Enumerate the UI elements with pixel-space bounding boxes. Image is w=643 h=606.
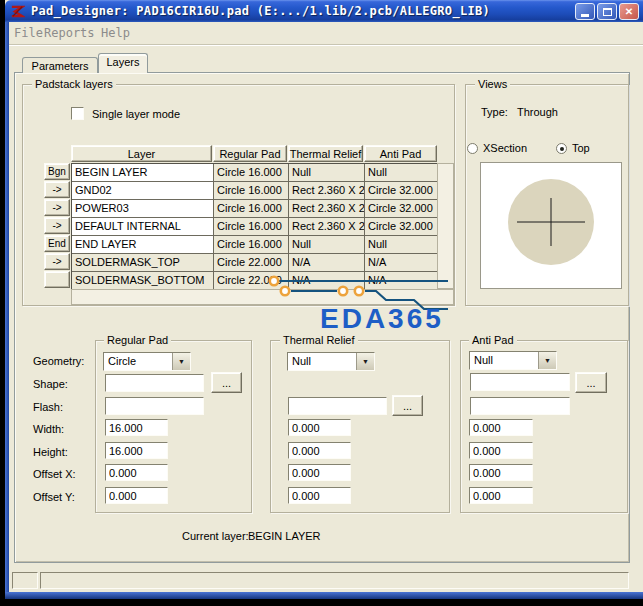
layer-name-cell[interactable]: SOLDERMASK_BOTTOM xyxy=(72,272,214,290)
chevron-down-icon[interactable]: ▼ xyxy=(356,353,374,370)
regular-pad-cell[interactable]: Circle 16.000 xyxy=(214,200,289,218)
thermal-height-input[interactable] xyxy=(288,442,351,459)
regular-geometry-value: Circle xyxy=(104,353,172,370)
pad-preview-canvas[interactable] xyxy=(480,162,622,289)
thermal-relief-cell[interactable]: Rect 2.360 X 2 xyxy=(289,200,365,218)
anti-geometry-select[interactable]: Null ▼ xyxy=(469,351,557,370)
row-button-arrow[interactable]: -> xyxy=(44,199,70,216)
title-bar[interactable]: Pad_Designer: PAD16CIR16U.pad (E:.../1.l… xyxy=(5,0,643,22)
geometry-label: Geometry: xyxy=(33,355,84,367)
maximize-icon xyxy=(603,8,612,16)
thermal-width-input[interactable] xyxy=(288,419,351,436)
regular-pad-group-label: Regular Pad xyxy=(104,334,171,346)
anti-shape-input[interactable] xyxy=(470,373,570,391)
thermal-offset-x-input[interactable] xyxy=(288,464,351,481)
anti-pad-cell[interactable]: Circle 32.000 xyxy=(365,182,438,200)
anti-offset-x-input[interactable] xyxy=(469,464,533,481)
minimize-button[interactable] xyxy=(575,3,595,20)
regular-pad-cell[interactable]: Circle 16.000 xyxy=(214,182,289,200)
thermal-geometry-select[interactable]: Null ▼ xyxy=(287,352,375,371)
thermal-flash-input[interactable] xyxy=(288,397,387,415)
minimize-icon xyxy=(581,14,589,17)
thermal-relief-cell[interactable]: Null xyxy=(289,236,365,254)
row-button-arrow[interactable]: -> xyxy=(44,253,70,270)
regular-height-input[interactable] xyxy=(105,442,168,459)
anti-pad-cell[interactable]: Circle 32.000 xyxy=(365,200,438,218)
thermal-relief-cell[interactable]: Rect 2.360 X 2 xyxy=(289,182,365,200)
layer-name-cell[interactable]: DEFAULT INTERNAL xyxy=(72,218,214,236)
anti-shape-browse-button[interactable]: ... xyxy=(575,372,607,393)
app-icon xyxy=(10,4,25,19)
thermal-relief-cell[interactable]: N/A xyxy=(289,254,365,272)
anti-height-input[interactable] xyxy=(469,442,533,459)
regular-pad-cell[interactable]: Circle 16.000 xyxy=(214,164,289,182)
row-button-end[interactable]: End xyxy=(44,235,70,252)
thermal-offset-y-input[interactable] xyxy=(288,487,351,504)
offset-y-label: Offset Y: xyxy=(33,491,75,503)
table-row: SOLDERMASK_TOP Circle 22.000 N/A N/A xyxy=(72,254,438,272)
layer-name-cell[interactable]: SOLDERMASK_TOP xyxy=(72,254,214,272)
tab-parameters[interactable]: Parameters xyxy=(22,57,98,73)
maximize-button[interactable] xyxy=(597,3,617,20)
status-bar-cell xyxy=(12,572,38,589)
anti-pad-cell[interactable]: N/A xyxy=(365,254,438,272)
thermal-relief-cell[interactable]: Rect 2.360 X 2 xyxy=(289,218,365,236)
regular-offset-x-input[interactable] xyxy=(105,464,168,481)
menu-separator xyxy=(9,44,643,46)
xsection-radio[interactable] xyxy=(467,143,478,154)
row-button-bgn[interactable]: Bgn xyxy=(44,163,70,180)
row-button-arrow[interactable]: -> xyxy=(44,217,70,234)
table-row: END LAYER Circle 16.000 Null Null xyxy=(72,236,438,254)
thermal-relief-cell[interactable]: Null xyxy=(289,164,365,182)
anti-offset-y-input[interactable] xyxy=(469,487,533,504)
table-vertical-scrollbar[interactable] xyxy=(437,163,454,289)
anti-width-input[interactable] xyxy=(469,419,533,436)
regular-pad-cell[interactable]: Circle 22.000 xyxy=(214,254,289,272)
regular-flash-input[interactable] xyxy=(105,397,204,415)
menu-help[interactable]: Help xyxy=(101,26,130,40)
close-button[interactable]: ✕ xyxy=(619,3,639,20)
anti-pad-cell[interactable]: Null xyxy=(365,164,438,182)
single-layer-mode-checkbox[interactable] xyxy=(71,107,84,120)
anti-pad-cell[interactable]: Null xyxy=(365,236,438,254)
thermal-relief-group-label: Thermal Relief xyxy=(280,334,358,346)
thermal-flash-browse-button[interactable]: ... xyxy=(392,395,423,416)
regular-geometry-select[interactable]: Circle ▼ xyxy=(103,352,191,371)
column-header-anti-pad[interactable]: Anti Pad xyxy=(364,145,437,162)
top-radio[interactable] xyxy=(556,143,567,154)
anti-pad-cell[interactable]: Circle 32.000 xyxy=(365,218,438,236)
table-row: SOLDERMASK_BOTTOM Circle 22.000 N/A N/A xyxy=(72,272,438,290)
regular-offset-y-input[interactable] xyxy=(105,487,168,504)
table-row: POWER03 Circle 16.000 Rect 2.360 X 2 Cir… xyxy=(72,200,438,218)
table-row: GND02 Circle 16.000 Rect 2.360 X 2 Circl… xyxy=(72,182,438,200)
row-button-blank[interactable] xyxy=(44,271,70,288)
screenshot-root: Pad_Designer: PAD16CIR16U.pad (E:.../1.l… xyxy=(0,0,643,606)
column-header-regular-pad[interactable]: Regular Pad xyxy=(213,145,287,162)
thermal-relief-cell[interactable]: N/A xyxy=(289,272,365,290)
menu-file[interactable]: File xyxy=(14,26,43,40)
row-button-arrow[interactable]: -> xyxy=(44,181,70,198)
layer-name-cell[interactable]: END LAYER xyxy=(72,236,214,254)
regular-pad-cell[interactable]: Circle 16.000 xyxy=(214,218,289,236)
top-radio-label[interactable]: Top xyxy=(572,142,590,154)
column-header-thermal-relief[interactable]: Thermal Relief xyxy=(288,145,363,162)
chevron-down-icon[interactable]: ▼ xyxy=(172,353,190,370)
layer-name-cell[interactable]: GND02 xyxy=(72,182,214,200)
layer-name-cell[interactable]: POWER03 xyxy=(72,200,214,218)
regular-pad-cell[interactable]: Circle 16.000 xyxy=(214,236,289,254)
column-header-layer[interactable]: Layer xyxy=(71,145,212,162)
regular-shape-input[interactable] xyxy=(105,374,204,392)
chevron-down-icon[interactable]: ▼ xyxy=(538,352,556,369)
regular-pad-cell[interactable]: Circle 22.000 xyxy=(214,272,289,290)
window-title: Pad_Designer: PAD16CIR16U.pad (E:.../1.l… xyxy=(31,4,490,18)
anti-flash-input[interactable] xyxy=(470,397,570,415)
anti-geometry-value: Null xyxy=(470,352,538,369)
menu-reports[interactable]: Reports xyxy=(44,26,95,40)
window-border-bottom xyxy=(5,592,643,599)
anti-pad-cell[interactable]: N/A xyxy=(365,272,438,290)
regular-shape-browse-button[interactable]: ... xyxy=(211,372,242,393)
regular-width-input[interactable] xyxy=(105,419,168,436)
xsection-radio-label[interactable]: XSection xyxy=(483,142,527,154)
tab-layers[interactable]: Layers xyxy=(98,53,148,73)
layer-name-cell[interactable]: BEGIN LAYER xyxy=(72,164,214,182)
